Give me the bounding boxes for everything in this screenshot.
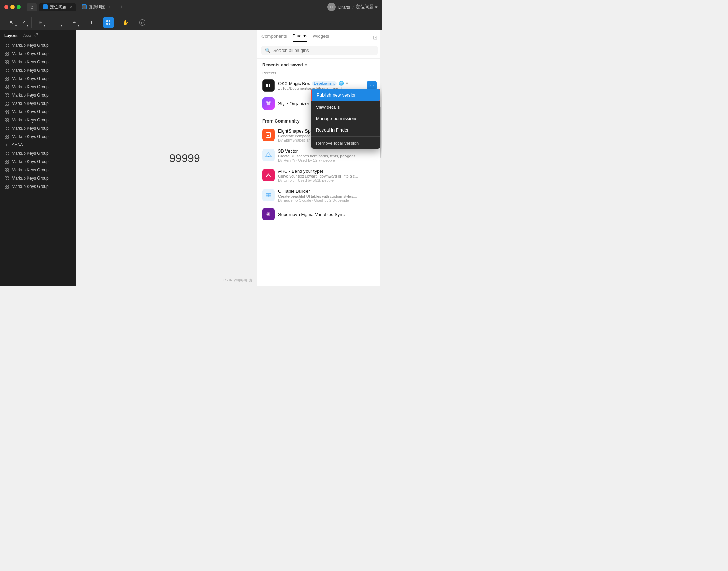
- assets-badge: [36, 33, 38, 35]
- group-layer-icon: [4, 184, 9, 189]
- layer-item[interactable]: Markup Keys Group: [0, 157, 76, 166]
- user-avatar: O: [327, 3, 336, 11]
- layer-name: Markup Keys Group: [12, 51, 49, 56]
- tab-close-icon[interactable]: ✕: [69, 5, 72, 9]
- plugin-item-arc[interactable]: ARC - Bend your type! Curve your text up…: [257, 165, 382, 185]
- layer-item[interactable]: Markup Keys Group: [0, 174, 76, 182]
- group-layer-icon: [4, 76, 9, 81]
- minimize-button[interactable]: [10, 5, 15, 9]
- rect-tool[interactable]: □▾: [52, 17, 63, 28]
- context-menu-reveal[interactable]: Reveal in Finder: [311, 124, 380, 136]
- search-wrap: 🔍: [261, 46, 378, 55]
- recents-caret-icon[interactable]: ▾: [305, 63, 307, 67]
- layer-item[interactable]: Markup Keys Group: [0, 74, 76, 83]
- svg-rect-5: [109, 23, 110, 25]
- context-menu-view[interactable]: View details: [311, 101, 380, 113]
- svg-rect-10: [267, 134, 270, 134]
- panel-content: Recents and saved ▾ Recents OKX Magic Bo…: [257, 59, 382, 286]
- home-tab[interactable]: ⌂: [27, 3, 37, 11]
- toolbar: ↖▾ ↗▾ ⊞▾ □▾ ✒▾ T: [0, 14, 382, 30]
- svg-point-20: [267, 213, 269, 215]
- plugin-item-table[interactable]: UI Table Builder Create beautiful UI tab…: [257, 185, 382, 205]
- breadcrumb-current[interactable]: 定位问题 ▾: [356, 4, 378, 10]
- layer-item[interactable]: Markup Keys Group: [0, 41, 76, 49]
- svg-rect-4: [106, 23, 108, 25]
- 3dvector-info: 3D Vector Create 3D shapes from paths, t…: [278, 148, 377, 162]
- okx-caret-icon[interactable]: ▾: [346, 81, 348, 86]
- panel-close-icon[interactable]: ⊡: [373, 34, 378, 41]
- search-input[interactable]: [273, 48, 374, 53]
- component-tool[interactable]: [103, 17, 114, 28]
- layer-name: Markup Keys Group: [12, 167, 49, 172]
- layer-item[interactable]: Markup Keys Group: [0, 149, 76, 157]
- move-tools: ↖▾ ↗▾: [4, 17, 32, 28]
- 3dvector-meta: By Ren Yi · Used by 12.7k people: [278, 158, 377, 162]
- group-layer-icon: [4, 176, 9, 181]
- comment-tools: ○: [135, 17, 150, 28]
- tab-components[interactable]: Components: [261, 34, 287, 42]
- layer-item[interactable]: Markup Keys Group: [0, 166, 76, 174]
- style-plugin-icon: [262, 97, 275, 110]
- layer-item[interactable]: Markup Keys Group: [0, 116, 76, 124]
- plugin-item-supernova[interactable]: Supernova Figma Variables Sync: [257, 205, 382, 223]
- layer-item[interactable]: Markup Keys Group: [0, 58, 76, 66]
- table-name: UI Table Builder: [278, 189, 310, 194]
- canvas-number: 99999: [169, 152, 200, 164]
- add-tab-button[interactable]: +: [120, 4, 123, 10]
- layer-item[interactable]: Markup Keys Group: [0, 108, 76, 116]
- layer-item[interactable]: TAAAA: [0, 141, 76, 149]
- supernova-info: Supernova Figma Variables Sync: [278, 211, 377, 217]
- layer-item[interactable]: Markup Keys Group: [0, 124, 76, 133]
- context-menu-remove[interactable]: Remove local version: [311, 137, 380, 149]
- okx-plugin-name: OKX Magic Box: [278, 81, 310, 86]
- layer-item[interactable]: Markup Keys Group: [0, 133, 76, 141]
- supernova-name: Supernova Figma Variables Sync: [278, 212, 345, 217]
- pen-tool[interactable]: ✒▾: [69, 17, 80, 28]
- tab-positioning[interactable]: 定位问题 ✕: [39, 3, 76, 11]
- layers-tab[interactable]: Layers: [4, 33, 18, 38]
- canvas-watermark: CSDN @略略略_彭: [223, 278, 253, 283]
- hand-tools: ✋: [118, 17, 133, 28]
- group-layer-icon: [4, 51, 9, 56]
- text-tool[interactable]: T: [86, 17, 97, 28]
- context-menu-permissions[interactable]: Manage permissions: [311, 113, 380, 124]
- close-button[interactable]: [4, 5, 8, 9]
- svg-rect-1: [82, 5, 86, 9]
- layer-item[interactable]: Markup Keys Group: [0, 182, 76, 191]
- hand-tool[interactable]: ✋: [120, 17, 131, 28]
- group-layer-icon: [4, 43, 9, 48]
- tab-moon-icon: ☾: [109, 5, 112, 9]
- arc-name: ARC - Bend your type!: [278, 169, 323, 174]
- context-menu-publish[interactable]: Publish new version: [311, 89, 380, 101]
- panel-tabs: Components Plugins Widgets ⊡: [257, 30, 382, 42]
- layer-item[interactable]: Markup Keys Group: [0, 91, 76, 99]
- assets-tab[interactable]: Assets: [23, 33, 36, 38]
- layer-item[interactable]: Markup Keys Group: [0, 49, 76, 58]
- arc-meta: By Unfold · Used by 551k people: [278, 178, 377, 182]
- comment-tool[interactable]: ○: [137, 17, 148, 28]
- style-plugin-name: Style Organizer: [278, 101, 309, 106]
- cursor-tool[interactable]: ↖▾: [6, 17, 17, 28]
- layer-name: Markup Keys Group: [12, 159, 49, 164]
- canvas-area[interactable]: 99999 CSDN @略略略_彭: [76, 30, 257, 286]
- recents-title: Recents and saved: [262, 62, 303, 67]
- move-tool[interactable]: ↗▾: [18, 17, 29, 28]
- plugin-search: 🔍: [257, 42, 382, 59]
- layer-item[interactable]: Markup Keys Group: [0, 99, 76, 108]
- tab-plugins[interactable]: Plugins: [293, 33, 308, 42]
- tab-complex-ui[interactable]: 复杂UI图 ☾: [78, 3, 116, 11]
- svg-rect-3: [109, 20, 110, 22]
- breadcrumb: Drafts / 定位问题 ▾: [338, 4, 378, 10]
- breadcrumb-caret-icon: ▾: [375, 4, 378, 10]
- scrollbar-track: [380, 30, 382, 286]
- svg-rect-0: [44, 5, 47, 9]
- context-menu: Publish new version View details Manage …: [311, 89, 380, 149]
- tab-widgets[interactable]: Widgets: [313, 34, 329, 42]
- plugin-item-okx[interactable]: OKX Magic Box Development 🌐 ▾ .../108/Do…: [257, 76, 382, 94]
- maximize-button[interactable]: [17, 5, 21, 9]
- layer-item[interactable]: Markup Keys Group: [0, 66, 76, 74]
- frame-tool[interactable]: ⊞▾: [35, 17, 46, 28]
- layer-item[interactable]: Markup Keys Group: [0, 83, 76, 91]
- arc-icon: [262, 169, 275, 181]
- arc-desc: Curve your text upward, downward or into…: [278, 174, 377, 178]
